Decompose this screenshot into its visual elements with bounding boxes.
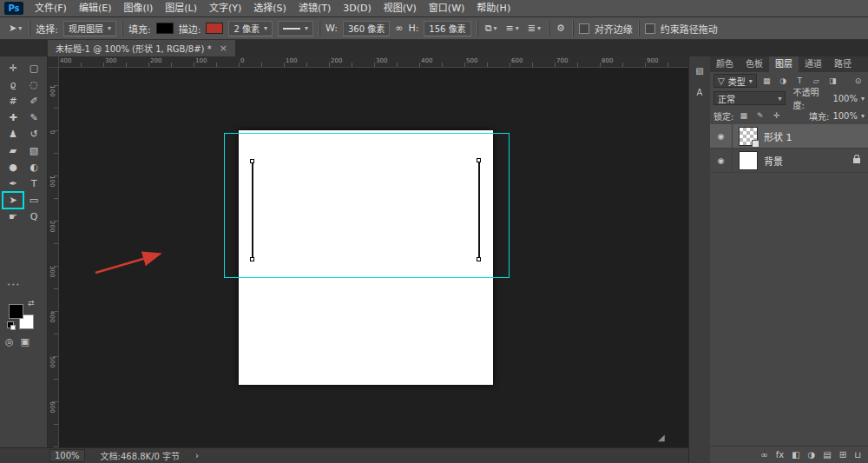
- screen-mode-icon[interactable]: ▣: [21, 336, 30, 347]
- menu-filter[interactable]: 滤镜(T): [293, 0, 337, 17]
- filter-adjustment-layers-icon[interactable]: ◑: [777, 75, 790, 87]
- document-tab[interactable]: 未标题-1 @ 100% (形状 1, RGB/8#) * ×: [48, 40, 235, 56]
- stroke-width-dropdown[interactable]: 2 像素 ▾: [228, 21, 273, 36]
- zoom-tool-icon[interactable]: Q: [23, 208, 44, 225]
- opacity-value[interactable]: 100%: [832, 94, 858, 103]
- lock-transparency-icon[interactable]: ▦: [737, 109, 750, 122]
- chevron-down-icon: ▾: [861, 112, 865, 120]
- dodge-tool-icon[interactable]: ◐: [23, 159, 44, 175]
- quick-selection-tool-icon[interactable]: ◌: [23, 76, 44, 93]
- path-selection-tool-icon[interactable]: ➤: [3, 192, 23, 208]
- menu-layer[interactable]: 图层(L): [159, 0, 203, 17]
- stroke-color-swatch[interactable]: [206, 23, 223, 34]
- ruler-origin-corner[interactable]: [48, 56, 59, 68]
- layer-name[interactable]: 背景: [764, 154, 783, 168]
- tab-channels[interactable]: 通道: [799, 56, 828, 72]
- path-operations-button[interactable]: ⧉ ▾: [483, 23, 499, 34]
- marquee-tool-icon[interactable]: ▢: [23, 60, 44, 76]
- menu-select[interactable]: 选择(S): [247, 0, 293, 17]
- default-colors-icon[interactable]: [7, 321, 14, 328]
- shape-tool-icon[interactable]: ▭: [23, 192, 44, 208]
- visibility-eye-icon[interactable]: ◉: [710, 149, 733, 172]
- layer-thumbnail[interactable]: [739, 127, 758, 146]
- blend-mode-row: 正常 ▾ 不透明度: 100% ▾: [710, 89, 868, 107]
- brush-tool-icon[interactable]: ✎: [23, 109, 44, 126]
- menu-help[interactable]: 帮助(H): [470, 0, 516, 17]
- type-tool-icon[interactable]: T: [23, 175, 44, 192]
- layer-group-icon[interactable]: ▤: [823, 450, 831, 460]
- properties-panel-icon[interactable]: ▧: [692, 63, 707, 78]
- settings-button[interactable]: ⚙: [555, 23, 567, 34]
- lock-position-icon[interactable]: ✛: [770, 109, 783, 122]
- menu-window[interactable]: 窗口(W): [423, 0, 470, 17]
- ruler-label: 400: [421, 57, 432, 64]
- link-layers-icon[interactable]: ∞: [760, 450, 767, 460]
- link-dimensions-icon[interactable]: ∞: [395, 23, 403, 34]
- resize-grip-icon[interactable]: ◢: [658, 433, 665, 442]
- height-input[interactable]: 156 像素: [424, 21, 470, 36]
- layer-thumbnail[interactable]: [739, 151, 758, 170]
- align-edges-checkbox[interactable]: [579, 23, 589, 34]
- adjustment-layer-icon[interactable]: ◑: [808, 450, 816, 460]
- crop-tool-icon[interactable]: #: [3, 93, 23, 109]
- tab-swatches[interactable]: 色板: [740, 56, 769, 72]
- menu-file[interactable]: 文件(F): [29, 0, 73, 17]
- layer-effects-icon[interactable]: fx: [776, 450, 784, 460]
- new-layer-icon[interactable]: ⊞: [839, 450, 846, 460]
- stroke-type-dropdown[interactable]: ▾: [278, 21, 313, 36]
- hand-tool-icon[interactable]: ☛: [3, 208, 23, 225]
- vertical-ruler[interactable]: 100 0 100 200 300 400 500 600: [48, 68, 59, 447]
- fill-color-swatch[interactable]: [156, 23, 174, 34]
- character-panel-icon[interactable]: A: [692, 84, 707, 100]
- filter-pixel-layers-icon[interactable]: ▦: [760, 75, 773, 87]
- document-size-info: 文档:468.8K/0 字节: [101, 449, 180, 462]
- tab-color[interactable]: 颜色: [710, 56, 740, 72]
- layer-name[interactable]: 形状 1: [764, 129, 792, 143]
- swap-colors-icon[interactable]: ⇄: [28, 299, 35, 308]
- select-mode-dropdown[interactable]: 现用图层 ▾: [63, 21, 116, 36]
- menu-image[interactable]: 图像(I): [117, 0, 159, 17]
- healing-brush-tool-icon[interactable]: ✚: [3, 109, 23, 126]
- layer-row-background[interactable]: ◉ 背景: [710, 149, 868, 173]
- horizontal-ruler[interactable]: 400 300 200 100 0 100 200 300 400 500 60…: [59, 56, 688, 68]
- chevron-down-icon: ▾: [305, 24, 308, 32]
- layer-mask-icon[interactable]: ◧: [792, 450, 799, 460]
- blend-mode-dropdown[interactable]: 正常 ▾: [713, 91, 786, 105]
- clone-stamp-tool-icon[interactable]: ♟: [3, 126, 23, 142]
- constrain-path-checkbox[interactable]: [645, 23, 655, 34]
- tool-preset-picker[interactable]: ➤ ▾: [7, 23, 23, 34]
- tab-layers[interactable]: 图层: [769, 56, 799, 72]
- foreground-color-swatch[interactable]: [9, 304, 23, 319]
- path-arrangement-button[interactable]: ≣ ▾: [526, 23, 542, 34]
- menu-type[interactable]: 文字(Y): [203, 0, 247, 17]
- path-alignment-button[interactable]: ≡ ▾: [504, 23, 521, 34]
- lock-row: 锁定: ▦ ✎ ✛ 填充: 100% ▾: [710, 107, 868, 124]
- tool-bar: ✛ ▢ ϱ ◌ # ✐ ✚ ✎ ♟ ↺ ▰ ▧ ● ◐ ✒ T ➤ ▭ ☛ Q …: [0, 56, 48, 447]
- gradient-tool-icon[interactable]: ▧: [23, 142, 44, 159]
- visibility-eye-icon[interactable]: ◉: [710, 124, 733, 148]
- move-tool-icon[interactable]: ✛: [3, 60, 23, 76]
- history-brush-tool-icon[interactable]: ↺: [23, 126, 44, 142]
- tool-options-bar: ➤ ▾ 选择: 现用图层 ▾ 填充: 描边: 2 像素 ▾ ▾ W: 360 像…: [0, 17, 868, 40]
- edit-toolbar-icon[interactable]: •••: [7, 281, 20, 288]
- tab-paths[interactable]: 路径: [828, 56, 858, 72]
- menu-3d[interactable]: 3D(D): [337, 0, 378, 17]
- menu-view[interactable]: 视图(V): [378, 0, 423, 17]
- delete-layer-icon[interactable]: ⊔: [854, 450, 861, 460]
- width-input[interactable]: 360 像素: [343, 21, 390, 36]
- filter-kind-dropdown[interactable]: ▽ 类型 ▾: [713, 74, 757, 88]
- lasso-tool-icon[interactable]: ϱ: [3, 76, 23, 93]
- blur-tool-icon[interactable]: ●: [3, 159, 23, 175]
- menu-edit[interactable]: 编辑(E): [73, 0, 118, 17]
- pen-tool-icon[interactable]: ✒: [3, 175, 23, 192]
- status-options-chevron[interactable]: ›: [195, 451, 199, 460]
- filter-toggle-icon[interactable]: ⊙: [852, 75, 865, 87]
- eraser-tool-icon[interactable]: ▰: [3, 142, 23, 159]
- lock-pixels-icon[interactable]: ✎: [753, 109, 766, 122]
- fill-opacity-value[interactable]: 100%: [832, 111, 858, 121]
- quick-mask-icon[interactable]: ◎: [5, 336, 14, 347]
- close-icon[interactable]: ×: [220, 43, 227, 54]
- zoom-level-field[interactable]: 100%: [49, 449, 85, 462]
- layer-row-shape1[interactable]: ◉ 形状 1: [710, 124, 868, 149]
- eyedropper-tool-icon[interactable]: ✐: [23, 93, 44, 109]
